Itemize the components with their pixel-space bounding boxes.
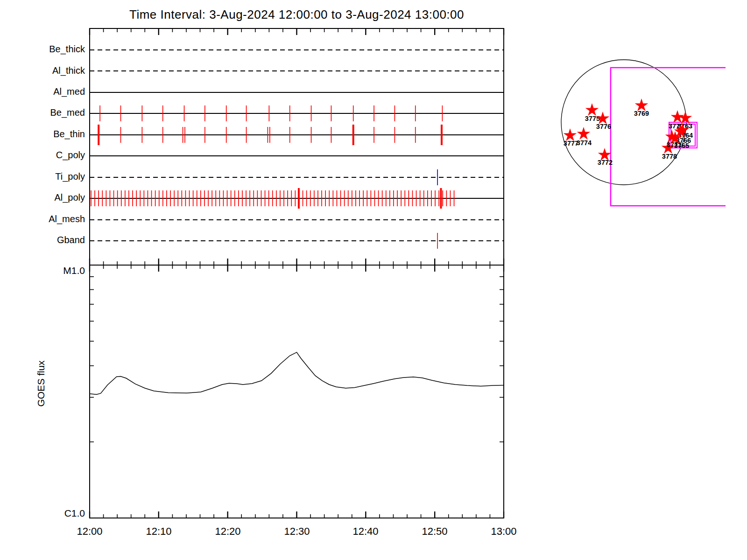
plot-canvas: 3775377637693777377437723778377037633764… xyxy=(0,0,747,560)
solar-disk-limb xyxy=(561,60,686,185)
active-region-label-3774: 3774 xyxy=(577,139,592,147)
active-region-label-3769: 3769 xyxy=(634,110,649,117)
active-region-star-3775 xyxy=(585,103,599,116)
xrt-goes-observation-summary: Time Interval: 3-Aug-2024 12:00:00 to 3-… xyxy=(0,0,747,560)
active-region-label-3776: 3776 xyxy=(596,123,611,130)
goes-panel-border xyxy=(90,265,504,518)
goes-flux-curve xyxy=(90,352,504,394)
fov-box-large xyxy=(611,68,726,206)
active-region-label-3765: 3765 xyxy=(674,142,689,149)
active-region-label-3778: 3778 xyxy=(662,153,677,160)
active-region-label-3772: 3772 xyxy=(598,159,613,166)
timeline-panel-border xyxy=(90,28,504,265)
active-region-star-3774 xyxy=(577,127,591,140)
active-region-label-3775: 3775 xyxy=(585,115,600,122)
